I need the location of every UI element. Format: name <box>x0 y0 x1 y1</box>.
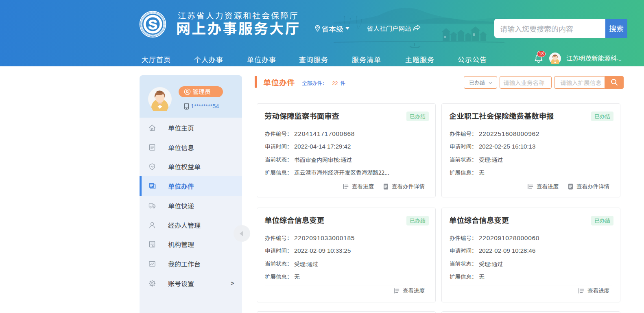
svg-text:S: S <box>148 17 157 32</box>
